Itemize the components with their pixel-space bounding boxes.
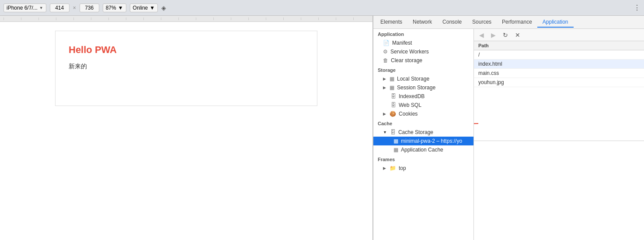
top-frame-icon: 📁 <box>390 165 396 171</box>
forward-button[interactable]: ▶ <box>489 31 498 39</box>
websql-icon: 🗄 <box>391 102 396 108</box>
indexeddb-label: IndexedDB <box>399 93 425 99</box>
sidebar-item-manifest[interactable]: 📄 Manifest <box>373 39 473 47</box>
page-heading: Hello PWA <box>69 44 304 56</box>
file-path-index-html: index.html <box>478 61 502 67</box>
device-arrow-icon: ▼ <box>39 6 43 10</box>
minimal-pwa-label: minimal-pwa-2 – https://yo <box>401 138 462 144</box>
sidebar-item-service-workers[interactable]: ⚙ Service Workers <box>373 47 473 56</box>
file-table: Path / index.html main.css youhun.jpg <box>474 41 644 141</box>
devtools-body: Application 📄 Manifest ⚙ Service Workers… <box>373 29 644 240</box>
cookies-icon: 🍪 <box>390 111 396 117</box>
file-table-header: Path <box>474 41 644 50</box>
tab-application[interactable]: Application <box>537 17 574 28</box>
back-button[interactable]: ◀ <box>477 31 486 39</box>
local-storage-arrow-icon: ▶ <box>383 77 386 81</box>
sidebar-item-application-cache[interactable]: ▦ Application Cache <box>373 145 473 154</box>
cache-storage-arrow-icon: ▼ <box>383 130 387 134</box>
cookies-arrow-icon: ▶ <box>383 112 386 116</box>
file-path-root: / <box>478 52 480 58</box>
service-workers-icon: ⚙ <box>383 49 388 55</box>
file-row-root[interactable]: / <box>474 50 644 60</box>
section-application-header: Application <box>373 29 473 39</box>
file-path-youhun-jpg: youhun.jpg <box>478 79 504 85</box>
clear-storage-label: Clear storage <box>391 57 422 64</box>
content-panel: ◀ ▶ ↻ ✕ Path / index.html <box>474 29 644 240</box>
cache-storage-label: Cache Storage <box>398 129 433 135</box>
device-selector[interactable]: iPhone 6/7/... ▼ <box>3 4 46 12</box>
devtools-tabs: Elements Network Console Sources Perform… <box>373 16 644 29</box>
browser-toolbar: iPhone 6/7/... ▼ × 87% ▼ Online ▼ ◈ ⋮ <box>0 0 644 16</box>
cookies-label: Cookies <box>399 111 418 117</box>
network-arrow-icon: ▼ <box>150 5 155 11</box>
tab-network[interactable]: Network <box>407 17 437 28</box>
indexeddb-icon: 🗄 <box>391 93 396 99</box>
page-preview: Hello PWA 新来的 <box>0 16 373 240</box>
clear-storage-icon: 🗑 <box>383 57 388 64</box>
sidebar-item-indexeddb[interactable]: 🗄 IndexedDB <box>373 92 473 101</box>
refresh-button[interactable]: ↻ <box>501 31 510 39</box>
top-arrow-icon: ▶ <box>383 166 386 170</box>
devtools-panel: Elements Network Console Sources Perform… <box>373 16 644 240</box>
session-storage-arrow-icon: ▶ <box>383 85 386 90</box>
top-frame-label: top <box>399 165 406 171</box>
tab-console[interactable]: Console <box>437 17 467 28</box>
session-storage-label: Session Storage <box>397 85 435 91</box>
path-column-header: Path <box>478 43 489 48</box>
zoom-arrow-icon: ▼ <box>118 5 123 11</box>
network-selector[interactable]: Online ▼ <box>130 4 158 12</box>
application-cache-icon: ▦ <box>393 147 398 153</box>
application-cache-label: Application Cache <box>401 147 443 153</box>
tab-performance[interactable]: Performance <box>497 17 537 28</box>
app-sidebar: Application 📄 Manifest ⚙ Service Workers… <box>373 29 474 240</box>
local-storage-label: Local Storage <box>397 76 429 82</box>
file-path-main-css: main.css <box>478 70 499 76</box>
more-options-icon[interactable]: ⋮ <box>634 4 641 12</box>
service-workers-label: Service Workers <box>390 49 429 55</box>
sidebar-item-minimal-pwa[interactable]: ▦ minimal-pwa-2 – https://yo <box>373 137 473 145</box>
manifest-label: Manifest <box>392 40 412 46</box>
local-storage-icon: ▦ <box>390 76 394 82</box>
sidebar-item-local-storage[interactable]: ▶ ▦ Local Storage <box>373 74 473 83</box>
file-row-index-html[interactable]: index.html <box>474 60 644 69</box>
section-storage-header: Storage <box>373 65 473 74</box>
zoom-label: 87% <box>106 5 116 11</box>
cache-storage-icon: 🗄 <box>390 129 396 135</box>
width-input[interactable] <box>50 4 70 12</box>
tab-elements[interactable]: Elements <box>375 17 407 28</box>
session-storage-icon: ▦ <box>390 85 394 91</box>
page-subtitle: 新来的 <box>69 63 304 71</box>
sidebar-item-websql[interactable]: 🗄 Web SQL <box>373 101 473 109</box>
file-row-youhun-jpg[interactable]: youhun.jpg <box>474 78 644 87</box>
section-frames-header: Frames <box>373 154 473 164</box>
height-input[interactable] <box>80 4 99 12</box>
sidebar-item-session-storage[interactable]: ▶ ▦ Session Storage <box>373 83 473 92</box>
websql-label: Web SQL <box>399 102 421 108</box>
content-toolbar: ◀ ▶ ↻ ✕ <box>474 29 644 41</box>
close-button[interactable]: ✕ <box>513 31 522 39</box>
main-layout: Hello PWA 新来的 Elements Network Console S… <box>0 16 644 240</box>
network-label: Online <box>133 5 148 11</box>
section-cache-header: Cache <box>373 118 473 128</box>
settings-icon[interactable]: ◈ <box>161 4 166 11</box>
dimension-separator: × <box>73 5 76 11</box>
file-row-main-css[interactable]: main.css <box>474 69 644 78</box>
zoom-selector[interactable]: 87% ▼ <box>103 4 126 12</box>
sidebar-item-cookies[interactable]: ▶ 🍪 Cookies <box>373 109 473 118</box>
manifest-icon: 📄 <box>383 40 390 46</box>
sidebar-item-top[interactable]: ▶ 📁 top <box>373 164 473 173</box>
tab-sources[interactable]: Sources <box>467 17 497 28</box>
minimal-pwa-icon: ▦ <box>393 138 398 144</box>
device-label: iPhone 6/7/... <box>7 5 38 11</box>
sidebar-item-clear-storage[interactable]: 🗑 Clear storage <box>373 56 473 65</box>
sidebar-item-cache-storage[interactable]: ▼ 🗄 Cache Storage <box>373 128 473 137</box>
